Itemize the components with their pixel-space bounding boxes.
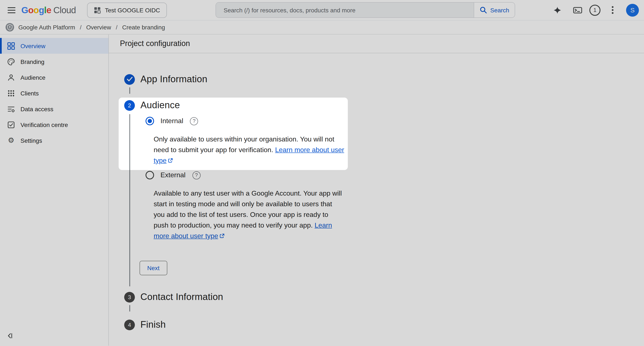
project-selector[interactable]: Test GOOGLE OIDC (87, 2, 167, 18)
data-access-icon (7, 105, 15, 113)
external-radio-label: External (160, 171, 186, 179)
project-icon (94, 6, 101, 13)
gemini-button[interactable] (549, 2, 566, 18)
breadcrumb-item[interactable]: Overview (86, 24, 111, 31)
session-count: 1 (594, 7, 596, 13)
sidebar-item-label: Audience (20, 74, 46, 81)
auth-platform-icon (5, 22, 14, 32)
sidebar-item-label: Clients (20, 90, 39, 97)
topbar-actions: 1 S (549, 2, 639, 18)
logo-letter: G (21, 5, 28, 15)
step-1-title: App Information (140, 73, 208, 86)
search-icon (480, 6, 487, 14)
step-4-indicator: 4 (124, 319, 135, 330)
next-button[interactable]: Next (140, 261, 167, 275)
sidebar-item-audience[interactable]: Audience (0, 69, 108, 85)
step-contact-information: 3 Contact Information (109, 291, 644, 312)
breadcrumb-bar: Google Auth Platform / Overview / Create… (0, 20, 644, 34)
sidebar-item-label: Settings (20, 137, 42, 144)
external-description: Available to any test user with a Google… (154, 188, 345, 241)
breadcrumb-current: Create branding (122, 24, 165, 31)
external-link-icon (168, 158, 173, 163)
terminal-icon (573, 6, 582, 14)
main-content: Project configuration App Information (109, 34, 644, 346)
search-button-label: Search (490, 6, 509, 13)
topbar: Google Cloud Test GOOGLE OIDC Search (0, 0, 644, 20)
logo-letter: l (44, 5, 46, 15)
breadcrumb-separator: / (116, 24, 118, 31)
step-1-header: App Information (109, 73, 644, 86)
page: Google Cloud Test GOOGLE OIDC Search (0, 0, 644, 346)
page-header: Project configuration (109, 34, 644, 53)
check-icon (126, 77, 132, 82)
kebab-icon (611, 6, 614, 14)
more-options-button[interactable] (604, 2, 620, 18)
step-4-title: Finish (140, 318, 166, 331)
gear-icon: ⚙ (7, 137, 15, 144)
search-button[interactable]: Search (474, 2, 515, 17)
sidebar-item-label: Verification centre (20, 121, 68, 128)
step-2-indicator: 2 (124, 100, 135, 111)
avatar[interactable]: S (626, 4, 639, 16)
sidebar-item-label: Data access (20, 105, 53, 112)
palette-icon (7, 58, 15, 65)
logo-letter: o (28, 5, 34, 15)
step-connector (129, 87, 130, 94)
logo-cloud-text: Cloud (53, 5, 76, 15)
step-finish: 4 Finish (109, 318, 644, 331)
sidebar-item-clients[interactable]: Clients (0, 85, 108, 101)
project-name: Test GOOGLE OIDC (105, 6, 160, 13)
hamburger-icon (8, 7, 15, 13)
step-1-indicator (124, 74, 135, 85)
search-bar: Search (216, 2, 515, 18)
verification-icon (7, 121, 15, 129)
search-input[interactable] (223, 6, 467, 14)
app-frame: Overview Branding Audience Clients (0, 34, 644, 346)
internal-option-row: Internal ? (146, 115, 644, 127)
step-connector (129, 305, 130, 312)
cloud-shell-button[interactable] (569, 2, 586, 18)
logo-letter: e (46, 5, 51, 15)
internal-radio-label: Internal (160, 117, 183, 125)
menu-button[interactable] (4, 2, 20, 18)
step-3-header: 3 Contact Information (109, 291, 644, 303)
breadcrumb-separator: / (80, 24, 82, 31)
step-audience: 2 Audience Internal ? Only available to … (109, 99, 644, 275)
step-3-title: Contact Information (140, 291, 223, 303)
sidebar-item-label: Overview (20, 42, 46, 49)
sparkle-icon (553, 6, 562, 14)
session-count-badge[interactable]: 1 (589, 4, 600, 15)
logo-letter: o (34, 5, 39, 15)
stepper: App Information 2 Audience Internal (109, 53, 644, 331)
overview-icon (7, 42, 15, 50)
collapse-chevron-icon (6, 332, 14, 340)
internal-description: Only available to users within your orga… (154, 134, 345, 166)
person-icon (7, 73, 15, 81)
sidebar-item-verification-centre[interactable]: Verification centre (0, 117, 108, 133)
sidebar-item-branding[interactable]: Branding (0, 54, 108, 69)
internal-help-icon[interactable]: ? (190, 117, 198, 125)
breadcrumb-item[interactable]: Google Auth Platform (18, 24, 75, 31)
internal-radio[interactable] (146, 117, 154, 125)
logo-letter: g (39, 5, 44, 15)
step-2-header: 2 Audience (109, 99, 644, 112)
sidebar-item-settings[interactable]: ⚙ Settings (0, 133, 108, 148)
audience-form: Internal ? Only available to users withi… (109, 112, 644, 275)
collapse-sidebar-button[interactable] (4, 329, 16, 342)
apps-grid-icon (7, 89, 15, 97)
sidebar-item-overview[interactable]: Overview (0, 38, 108, 54)
google-cloud-logo[interactable]: Google Cloud (21, 5, 76, 15)
avatar-initial: S (630, 6, 634, 14)
step-app-information: App Information (109, 73, 644, 94)
sidebar-item-data-access[interactable]: Data access (0, 101, 108, 117)
sidebar: Overview Branding Audience Clients (0, 34, 109, 346)
external-link-icon (219, 233, 224, 239)
step-4-header: 4 Finish (109, 318, 644, 331)
external-radio[interactable] (146, 171, 154, 179)
page-title: Project configuration (120, 39, 190, 48)
step-3-indicator: 3 (124, 292, 135, 302)
external-help-icon[interactable]: ? (192, 171, 200, 179)
search-field (216, 2, 474, 17)
external-description-text: Available to any test user with a Google… (154, 190, 342, 229)
sidebar-item-label: Branding (20, 58, 44, 65)
